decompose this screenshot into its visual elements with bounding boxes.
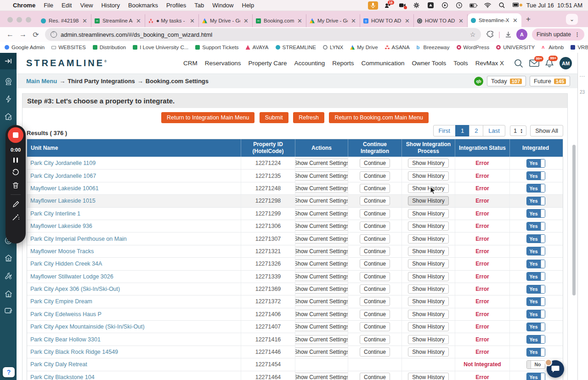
show-history-button[interactable]: Show History [408, 171, 449, 181]
integrated-toggle[interactable]: Yes [526, 335, 545, 344]
integrated-toggle[interactable]: No [526, 360, 545, 369]
close-tab-icon[interactable]: ✕ [351, 17, 356, 24]
bookmark-lynx[interactable]: LYNX [323, 45, 343, 50]
bookmark-star-icon[interactable]: ☆ [470, 31, 476, 38]
integrated-toggle[interactable]: Yes [526, 209, 545, 218]
continue-button[interactable]: Continue [360, 196, 390, 205]
bookmark-airbnb[interactable]: ʌAirbnb [542, 45, 564, 50]
integrated-toggle[interactable]: Yes [526, 310, 545, 318]
finish-update-button[interactable]: Finish update ⋮ [532, 28, 584, 40]
browser-tab[interactable]: Res. #421984, D✕ [38, 14, 91, 27]
show-history-button[interactable]: Show History [408, 234, 449, 244]
home-dollar-icon[interactable]: $ [0, 290, 17, 298]
close-window-button[interactable] [7, 17, 13, 23]
show-history-button[interactable]: Show History [408, 284, 449, 294]
url-bar[interactable]: admin.streamlinevrs.com/#/ds_booking_com… [45, 28, 481, 41]
return-integration-menu-button[interactable]: Return to Integration Main Menu [161, 112, 254, 123]
integrated-toggle[interactable]: Yes [526, 373, 545, 380]
return-booking-menu-button[interactable]: Return to Booking.com Main Menu [329, 112, 428, 123]
unit-name-link[interactable]: Park City Apex 306 (Ski-In/Ski-Out) [30, 286, 120, 292]
show-history-button[interactable]: Show History [408, 322, 449, 331]
future-button[interactable]: Future145 [530, 76, 570, 86]
mail-icon[interactable]: 99+ [529, 59, 539, 67]
draw-pen-button[interactable] [12, 201, 19, 208]
show-current-settings-button[interactable]: Show Current Settings [295, 196, 348, 205]
pause-recording-button[interactable] [13, 158, 18, 163]
time-machine-icon[interactable] [455, 2, 464, 9]
continue-button[interactable]: Continue [360, 247, 390, 256]
menu-help[interactable]: Help [242, 2, 254, 9]
show-history-button[interactable]: Show History [408, 159, 449, 168]
show-current-settings-button[interactable]: Show Current Settings [295, 297, 348, 306]
unit-name-link[interactable]: Park City Black Rock Ridge 14549 [30, 349, 118, 355]
microphone-icon[interactable] [368, 1, 378, 10]
close-tab-icon[interactable]: ✕ [82, 17, 88, 24]
show-current-settings-button[interactable]: Show Current Settings [295, 209, 348, 218]
browser-tab[interactable]: HOW TO ADD A✕ [360, 14, 414, 27]
continue-button[interactable]: Continue [360, 184, 390, 193]
continue-button[interactable]: Continue [360, 272, 390, 281]
continue-button[interactable]: Continue [360, 347, 390, 357]
nav-reservations[interactable]: Reservations [205, 60, 241, 67]
unit-name-link[interactable]: Park City Imperial Penthouse on Main [30, 236, 127, 242]
nav-tools[interactable]: Tools [453, 60, 468, 67]
browser-tab[interactable]: Booking.com Sa✕ [253, 14, 306, 27]
location-pin-icon[interactable] [0, 78, 17, 85]
unit-name-link[interactable]: Mayflower Lakeside 10061 [30, 185, 99, 192]
unit-name-link[interactable]: Park City Bear Hollow 3301 [30, 336, 101, 343]
unit-name-link[interactable]: Park City Daly Retreat [30, 361, 87, 368]
menu-history[interactable]: History [101, 2, 119, 9]
close-tab-icon[interactable]: ✕ [458, 17, 464, 24]
show-history-button[interactable]: Show History [408, 347, 449, 357]
refresh-button[interactable]: Refresh [293, 112, 324, 123]
continue-button[interactable]: Continue [360, 234, 390, 244]
continue-button[interactable]: Continue [360, 310, 390, 319]
menu-tab[interactable]: Tab [194, 2, 204, 9]
shield-app-icon[interactable] [427, 2, 435, 9]
unit-name-link[interactable]: Park City Interline 1 [30, 210, 80, 217]
help-button[interactable]: ? [3, 367, 15, 377]
show-current-settings-button[interactable]: Show Current Settings [295, 221, 348, 231]
integrated-toggle[interactable]: Yes [526, 234, 545, 243]
menu-profiles[interactable]: Profiles [166, 2, 186, 9]
integrated-toggle[interactable]: Yes [526, 272, 545, 281]
show-history-button[interactable]: Show History [408, 196, 449, 205]
nav-accounting[interactable]: Accounting [294, 60, 325, 67]
integrated-toggle[interactable]: Yes [526, 184, 545, 193]
show-current-settings-button[interactable]: Show Current Settings [295, 259, 348, 268]
continue-button[interactable]: Continue [360, 322, 390, 331]
show-history-button[interactable]: Show History [408, 247, 449, 256]
menu-bookmarks[interactable]: Bookmarks [128, 2, 158, 9]
show-history-button[interactable]: Show History [408, 310, 449, 319]
menu-file[interactable]: File [44, 2, 53, 9]
browser-tab[interactable]: My Drive - Goog✕ [199, 14, 253, 27]
spotlight-search-icon[interactable] [498, 2, 506, 9]
url-text[interactable]: admin.streamlinevrs.com/#/ds_booking_com… [61, 31, 466, 38]
unit-name-link[interactable]: Park City Blackstone 104 [30, 374, 95, 380]
close-tab-icon[interactable]: ✕ [512, 17, 518, 24]
show-history-button[interactable]: Show History [408, 373, 449, 380]
nav-property-care[interactable]: Property Care [248, 60, 287, 67]
pagination-last[interactable]: Last [483, 125, 505, 136]
close-tab-icon[interactable]: ✕ [297, 17, 303, 24]
bookmark-university[interactable]: UNIVERSITY [496, 45, 535, 50]
show-history-button[interactable]: Show History [408, 259, 449, 268]
continue-button[interactable]: Continue [360, 284, 390, 294]
browser-menu-icon[interactable]: ⋮ [575, 32, 580, 38]
menu-view[interactable]: View [80, 2, 93, 9]
show-history-button[interactable]: Show History [408, 272, 449, 281]
display-icon[interactable] [512, 2, 520, 9]
bookmark-asana[interactable]: ASANA [385, 45, 410, 50]
new-tab-button[interactable]: + [526, 15, 531, 24]
integrated-toggle[interactable]: Yes [526, 222, 545, 231]
restart-recording-button[interactable] [12, 169, 19, 176]
home-clock-icon[interactable] [0, 113, 17, 120]
bookmark-websites[interactable]: WEBSITES [51, 45, 85, 50]
sidebar-expand-icon[interactable] [0, 53, 17, 69]
integrated-toggle[interactable]: Yes [526, 159, 545, 168]
unit-name-link[interactable]: Park City Jordanelle 1067 [30, 173, 96, 179]
show-current-settings-button[interactable]: Show Current Settings [295, 234, 348, 244]
chat-widget[interactable] [547, 360, 564, 378]
nav-crm[interactable]: CRM [183, 60, 198, 67]
scrollbar[interactable] [572, 145, 576, 295]
